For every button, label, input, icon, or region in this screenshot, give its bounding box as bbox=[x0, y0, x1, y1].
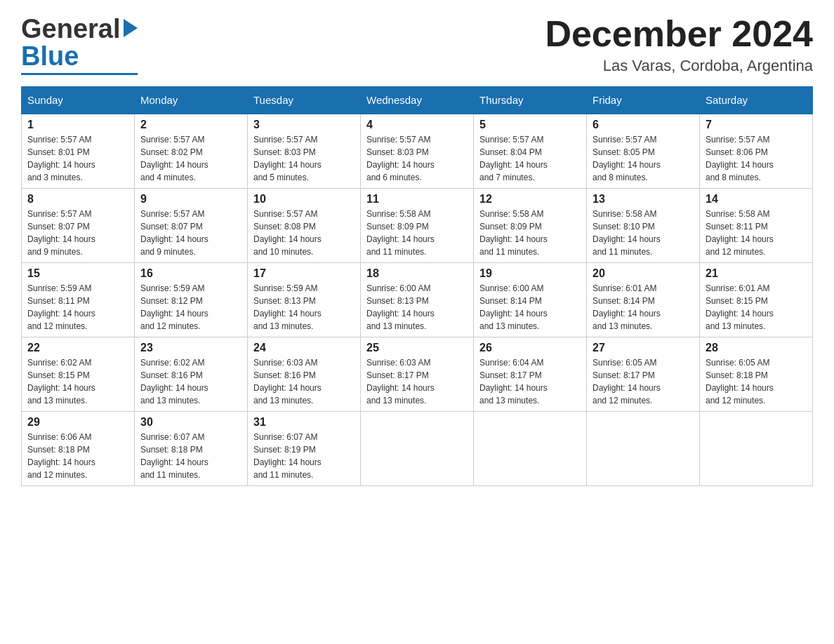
table-row: 19 Sunrise: 6:00 AM Sunset: 8:14 PM Dayl… bbox=[474, 263, 587, 337]
day-info: Sunrise: 6:00 AM Sunset: 8:13 PM Dayligh… bbox=[366, 282, 468, 333]
calendar-week-row: 29 Sunrise: 6:06 AM Sunset: 8:18 PM Dayl… bbox=[22, 412, 813, 486]
day-info: Sunrise: 5:57 AM Sunset: 8:04 PM Dayligh… bbox=[479, 133, 581, 184]
day-info: Sunrise: 6:00 AM Sunset: 8:14 PM Dayligh… bbox=[479, 282, 581, 333]
day-info: Sunrise: 6:03 AM Sunset: 8:16 PM Dayligh… bbox=[253, 356, 355, 407]
day-number: 7 bbox=[706, 119, 807, 131]
table-row: 15 Sunrise: 5:59 AM Sunset: 8:11 PM Dayl… bbox=[22, 263, 135, 337]
day-number: 13 bbox=[593, 193, 694, 206]
table-row: 4 Sunrise: 5:57 AM Sunset: 8:03 PM Dayli… bbox=[361, 114, 474, 189]
day-info: Sunrise: 6:02 AM Sunset: 8:16 PM Dayligh… bbox=[140, 356, 241, 407]
day-info: Sunrise: 5:57 AM Sunset: 8:03 PM Dayligh… bbox=[253, 133, 355, 184]
table-row: 17 Sunrise: 5:59 AM Sunset: 8:13 PM Dayl… bbox=[248, 263, 361, 337]
day-number: 3 bbox=[253, 119, 355, 131]
table-row: 20 Sunrise: 6:01 AM Sunset: 8:14 PM Dayl… bbox=[587, 263, 700, 337]
day-info: Sunrise: 5:57 AM Sunset: 8:03 PM Dayligh… bbox=[366, 133, 468, 184]
calendar-header-row: Sunday Monday Tuesday Wednesday Thursday… bbox=[22, 87, 813, 114]
day-info: Sunrise: 5:59 AM Sunset: 8:11 PM Dayligh… bbox=[27, 282, 128, 333]
day-info: Sunrise: 5:57 AM Sunset: 8:06 PM Dayligh… bbox=[706, 133, 807, 184]
day-number: 14 bbox=[706, 193, 807, 206]
day-info: Sunrise: 5:59 AM Sunset: 8:12 PM Dayligh… bbox=[140, 282, 241, 333]
col-wednesday: Wednesday bbox=[361, 87, 474, 114]
day-info: Sunrise: 5:57 AM Sunset: 8:07 PM Dayligh… bbox=[140, 208, 241, 258]
table-row: 23 Sunrise: 6:02 AM Sunset: 8:16 PM Dayl… bbox=[135, 337, 248, 412]
day-number: 17 bbox=[253, 267, 355, 280]
day-number: 26 bbox=[479, 342, 581, 354]
calendar-week-row: 8 Sunrise: 5:57 AM Sunset: 8:07 PM Dayli… bbox=[22, 189, 813, 263]
table-row: 30 Sunrise: 6:07 AM Sunset: 8:18 PM Dayl… bbox=[135, 412, 248, 486]
table-row: 25 Sunrise: 6:03 AM Sunset: 8:17 PM Dayl… bbox=[361, 337, 474, 412]
table-row: 1 Sunrise: 5:57 AM Sunset: 8:01 PM Dayli… bbox=[22, 114, 135, 189]
table-row: 16 Sunrise: 5:59 AM Sunset: 8:12 PM Dayl… bbox=[135, 263, 248, 337]
day-number: 15 bbox=[27, 267, 128, 280]
logo-blue: Blue bbox=[21, 41, 79, 72]
table-row bbox=[361, 412, 474, 486]
col-friday: Friday bbox=[587, 87, 700, 114]
page-header: General Blue December 2024 Las Varas, Co… bbox=[21, 14, 813, 75]
calendar-week-row: 1 Sunrise: 5:57 AM Sunset: 8:01 PM Dayli… bbox=[22, 114, 813, 189]
day-number: 10 bbox=[253, 193, 355, 206]
logo-underline bbox=[21, 73, 138, 75]
day-info: Sunrise: 5:58 AM Sunset: 8:10 PM Dayligh… bbox=[593, 208, 694, 258]
col-saturday: Saturday bbox=[700, 87, 813, 114]
table-row: 28 Sunrise: 6:05 AM Sunset: 8:18 PM Dayl… bbox=[700, 337, 813, 412]
table-row bbox=[587, 412, 700, 486]
table-row: 7 Sunrise: 5:57 AM Sunset: 8:06 PM Dayli… bbox=[700, 114, 813, 189]
table-row: 8 Sunrise: 5:57 AM Sunset: 8:07 PM Dayli… bbox=[22, 189, 135, 263]
table-row: 21 Sunrise: 6:01 AM Sunset: 8:15 PM Dayl… bbox=[700, 263, 813, 337]
day-number: 19 bbox=[479, 267, 581, 280]
day-info: Sunrise: 6:05 AM Sunset: 8:17 PM Dayligh… bbox=[593, 356, 694, 407]
logo-arrow-icon bbox=[124, 19, 138, 37]
day-info: Sunrise: 6:03 AM Sunset: 8:17 PM Dayligh… bbox=[366, 356, 468, 407]
day-number: 16 bbox=[140, 267, 241, 280]
day-number: 29 bbox=[27, 416, 128, 429]
table-row: 10 Sunrise: 5:57 AM Sunset: 8:08 PM Dayl… bbox=[248, 189, 361, 263]
day-info: Sunrise: 5:57 AM Sunset: 8:01 PM Dayligh… bbox=[27, 133, 128, 184]
day-number: 27 bbox=[593, 342, 694, 354]
calendar-title: December 2024 bbox=[545, 14, 813, 54]
day-number: 6 bbox=[593, 119, 694, 131]
day-number: 21 bbox=[706, 267, 807, 280]
day-info: Sunrise: 6:07 AM Sunset: 8:19 PM Dayligh… bbox=[253, 431, 355, 481]
day-info: Sunrise: 6:04 AM Sunset: 8:17 PM Dayligh… bbox=[479, 356, 581, 407]
day-number: 4 bbox=[366, 119, 468, 131]
day-number: 8 bbox=[27, 193, 128, 206]
table-row: 22 Sunrise: 6:02 AM Sunset: 8:15 PM Dayl… bbox=[22, 337, 135, 412]
calendar-week-row: 15 Sunrise: 5:59 AM Sunset: 8:11 PM Dayl… bbox=[22, 263, 813, 337]
table-row: 31 Sunrise: 6:07 AM Sunset: 8:19 PM Dayl… bbox=[248, 412, 361, 486]
day-info: Sunrise: 6:01 AM Sunset: 8:15 PM Dayligh… bbox=[706, 282, 807, 333]
calendar-table: Sunday Monday Tuesday Wednesday Thursday… bbox=[21, 86, 813, 486]
day-info: Sunrise: 6:07 AM Sunset: 8:18 PM Dayligh… bbox=[140, 431, 241, 481]
table-row bbox=[700, 412, 813, 486]
day-info: Sunrise: 5:57 AM Sunset: 8:08 PM Dayligh… bbox=[253, 208, 355, 258]
col-monday: Monday bbox=[135, 87, 248, 114]
col-sunday: Sunday bbox=[22, 87, 135, 114]
table-row: 18 Sunrise: 6:00 AM Sunset: 8:13 PM Dayl… bbox=[361, 263, 474, 337]
col-thursday: Thursday bbox=[474, 87, 587, 114]
calendar-week-row: 22 Sunrise: 6:02 AM Sunset: 8:15 PM Dayl… bbox=[22, 337, 813, 412]
day-info: Sunrise: 6:02 AM Sunset: 8:15 PM Dayligh… bbox=[27, 356, 128, 407]
day-number: 30 bbox=[140, 416, 241, 429]
table-row: 27 Sunrise: 6:05 AM Sunset: 8:17 PM Dayl… bbox=[587, 337, 700, 412]
day-number: 23 bbox=[140, 342, 241, 354]
table-row: 14 Sunrise: 5:58 AM Sunset: 8:11 PM Dayl… bbox=[700, 189, 813, 263]
table-row: 2 Sunrise: 5:57 AM Sunset: 8:02 PM Dayli… bbox=[135, 114, 248, 189]
day-number: 5 bbox=[479, 119, 581, 131]
table-row: 24 Sunrise: 6:03 AM Sunset: 8:16 PM Dayl… bbox=[248, 337, 361, 412]
table-row: 12 Sunrise: 5:58 AM Sunset: 8:09 PM Dayl… bbox=[474, 189, 587, 263]
day-number: 2 bbox=[140, 119, 241, 131]
day-number: 24 bbox=[253, 342, 355, 354]
day-number: 18 bbox=[366, 267, 468, 280]
day-number: 11 bbox=[366, 193, 468, 206]
table-row: 3 Sunrise: 5:57 AM Sunset: 8:03 PM Dayli… bbox=[248, 114, 361, 189]
day-info: Sunrise: 6:01 AM Sunset: 8:14 PM Dayligh… bbox=[593, 282, 694, 333]
table-row: 9 Sunrise: 5:57 AM Sunset: 8:07 PM Dayli… bbox=[135, 189, 248, 263]
day-info: Sunrise: 6:06 AM Sunset: 8:18 PM Dayligh… bbox=[27, 431, 128, 481]
table-row: 6 Sunrise: 5:57 AM Sunset: 8:05 PM Dayli… bbox=[587, 114, 700, 189]
day-number: 20 bbox=[593, 267, 694, 280]
table-row: 11 Sunrise: 5:58 AM Sunset: 8:09 PM Dayl… bbox=[361, 189, 474, 263]
table-row bbox=[474, 412, 587, 486]
table-row: 5 Sunrise: 5:57 AM Sunset: 8:04 PM Dayli… bbox=[474, 114, 587, 189]
day-number: 28 bbox=[706, 342, 807, 354]
table-row: 26 Sunrise: 6:04 AM Sunset: 8:17 PM Dayl… bbox=[474, 337, 587, 412]
day-info: Sunrise: 5:58 AM Sunset: 8:09 PM Dayligh… bbox=[479, 208, 581, 258]
